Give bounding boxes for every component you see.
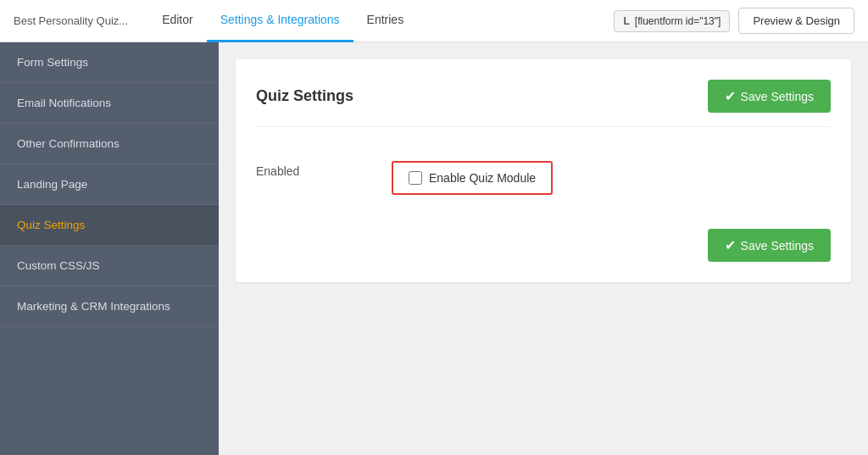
sidebar-item-quiz-settings[interactable]: Quiz Settings (0, 205, 219, 246)
page-title: Quiz Settings (256, 87, 353, 105)
sidebar-item-email-notifications[interactable]: Email Notifications (0, 83, 219, 124)
topnav-right: L [fluentform id="13"] Preview & Design (614, 8, 854, 34)
content-card: Quiz Settings ✔ Save Settings Enabled En… (236, 59, 851, 282)
nav-settings[interactable]: Settings & Integrations (207, 0, 353, 42)
brand-title: Best Personality Quiz... (14, 14, 128, 27)
save-icon-bottom: ✔ (725, 237, 736, 253)
sidebar-item-marketing-crm[interactable]: Marketing & CRM Integrations (0, 286, 219, 327)
enable-quiz-module-checkbox[interactable] (409, 171, 422, 185)
sidebar-item-form-settings[interactable]: Form Settings (0, 42, 219, 83)
enable-quiz-module-label: Enable Quiz Module (429, 171, 536, 185)
sidebar-item-landing-page[interactable]: Landing Page (0, 164, 219, 205)
sidebar-item-custom-css-js[interactable]: Custom CSS/JS (0, 246, 219, 286)
topnav: Best Personality Quiz... Editor Settings… (0, 0, 868, 42)
form-row-enabled: Enabled Enable Quiz Module (256, 144, 831, 212)
main-layout: Form Settings Email Notifications Other … (0, 42, 868, 455)
save-settings-button-top[interactable]: ✔ Save Settings (708, 80, 831, 113)
shortcode-text: [fluentform id="13"] (635, 15, 721, 27)
enabled-label: Enabled (256, 161, 358, 178)
preview-design-button[interactable]: Preview & Design (738, 8, 854, 34)
save-label-top: Save Settings (741, 90, 814, 103)
card-header: Quiz Settings ✔ Save Settings (256, 80, 831, 127)
nav-entries[interactable]: Entries (353, 0, 418, 42)
sidebar-item-other-confirmations[interactable]: Other Confirmations (0, 124, 219, 164)
nav-links: Editor Settings & Integrations Entries (148, 0, 593, 42)
nav-editor[interactable]: Editor (148, 0, 207, 42)
save-settings-button-bottom[interactable]: ✔ Save Settings (708, 229, 831, 262)
shortcode-box[interactable]: L [fluentform id="13"] (614, 10, 730, 32)
sidebar: Form Settings Email Notifications Other … (0, 42, 219, 455)
main-content: Quiz Settings ✔ Save Settings Enabled En… (219, 42, 868, 455)
save-label-bottom: Save Settings (741, 239, 814, 252)
bottom-save-row: ✔ Save Settings (256, 229, 831, 262)
enable-quiz-module-group: Enable Quiz Module (392, 161, 553, 195)
shortcode-icon: L (623, 15, 629, 27)
save-icon-top: ✔ (725, 88, 736, 104)
